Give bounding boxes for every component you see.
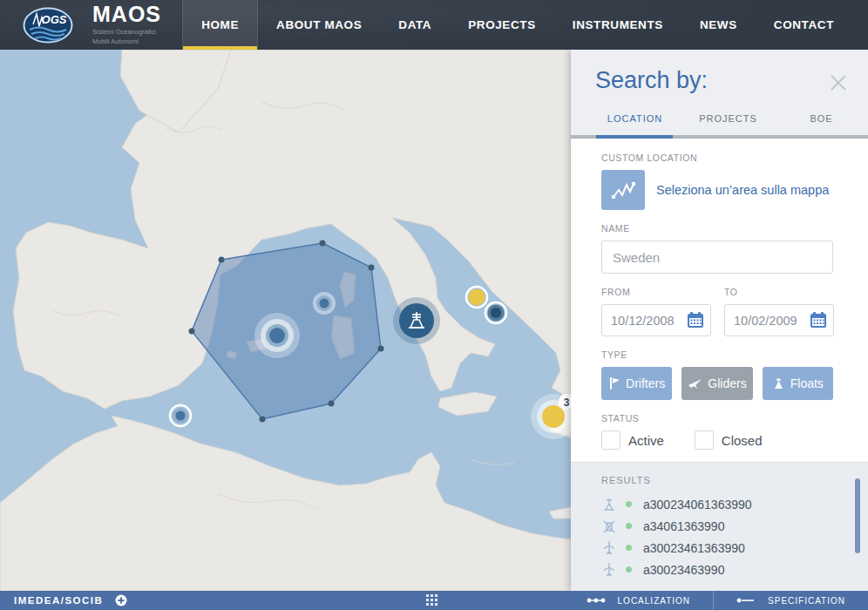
localization-label: LOCALIZATION bbox=[618, 596, 691, 606]
ogs-logo[interactable]: OGS bbox=[0, 0, 73, 50]
marker-navy[interactable] bbox=[485, 302, 506, 323]
grid-icon[interactable] bbox=[426, 594, 439, 610]
draw-polyline-icon bbox=[610, 179, 636, 201]
close-icon[interactable] bbox=[828, 72, 849, 93]
drifter-icon bbox=[601, 518, 616, 534]
marker-drifter-small[interactable] bbox=[313, 292, 336, 315]
status-label: STATUS bbox=[601, 413, 833, 424]
attribution-label: IMEDEA/SOCIB bbox=[14, 595, 103, 606]
brand-subtitle-line2: Mobili Autonomi bbox=[92, 37, 161, 46]
type-button-gliders[interactable]: Gliders bbox=[682, 367, 752, 400]
results-label: RESULTS bbox=[601, 475, 833, 485]
draw-area-button[interactable] bbox=[601, 170, 645, 210]
nav-item-news[interactable]: NEWS bbox=[682, 0, 756, 50]
maos-app: 3 OGS MAOS Sistemi Oceanografici Mobili … bbox=[0, 0, 868, 610]
result-row[interactable]: a30023463990 bbox=[601, 559, 833, 580]
result-id: a30023463990 bbox=[643, 563, 724, 577]
brand: MAOS Sistemi Oceanografici Mobili Autono… bbox=[92, 0, 161, 50]
specification-toggle[interactable]: SPECIFICATION bbox=[714, 591, 868, 610]
nav-item-instruments[interactable]: INSTRUMENTS bbox=[554, 0, 682, 50]
to-label: TO bbox=[724, 287, 834, 297]
select-area-link[interactable]: Seleziona un’area sulla mappa bbox=[656, 183, 829, 197]
localization-toggle[interactable]: LOCALIZATION bbox=[564, 591, 714, 610]
type-button-floats[interactable]: Floats bbox=[763, 367, 833, 400]
top-navbar: OGS MAOS Sistemi Oceanografici Mobili Au… bbox=[0, 0, 868, 50]
closed-checkbox[interactable] bbox=[695, 430, 714, 450]
search-tabs: LOCATION PROJECTS BOE bbox=[571, 109, 868, 132]
active-checkbox[interactable] bbox=[601, 430, 620, 450]
panel-title: Search by: bbox=[595, 67, 708, 94]
tab-boe[interactable]: BOE bbox=[775, 109, 868, 132]
status-dot bbox=[626, 566, 632, 573]
brand-title: MAOS bbox=[92, 3, 161, 25]
glider-icon bbox=[601, 562, 616, 578]
tab-projects[interactable]: PROJECTS bbox=[682, 109, 775, 132]
marker-buoy-selected[interactable] bbox=[393, 297, 440, 344]
buoy-icon bbox=[601, 497, 616, 512]
search-panel: Search by: LOCATION PROJECTS BOE CUSTOM … bbox=[571, 50, 868, 591]
status-dot bbox=[626, 545, 632, 551]
nav-item-contact[interactable]: CONTACT bbox=[756, 0, 852, 50]
search-panel-header: Search by: LOCATION PROJECTS BOE bbox=[571, 50, 868, 135]
calendar-icon[interactable] bbox=[810, 311, 827, 332]
glider-icon bbox=[601, 540, 616, 556]
tab-location[interactable]: LOCATION bbox=[588, 109, 682, 132]
glider-plane-icon bbox=[688, 376, 702, 390]
status-dot bbox=[626, 501, 632, 507]
bottom-statusbar: IMEDEA/SOCIB LOCALIZATION bbox=[0, 591, 868, 610]
track-dots-icon bbox=[587, 597, 606, 604]
map-canvas[interactable]: 3 bbox=[0, 50, 571, 591]
type-button-drifters[interactable]: Drifters bbox=[601, 367, 672, 400]
name-input[interactable] bbox=[601, 241, 833, 274]
main-nav: HOME ABOUT MAOS DATA PROJECTS INSTRUMENT… bbox=[182, 0, 868, 50]
nav-item-home[interactable]: HOME bbox=[182, 0, 258, 50]
tab-underline-active bbox=[596, 135, 673, 139]
from-label: FROM bbox=[601, 287, 711, 297]
active-checkbox-label: Active bbox=[628, 433, 664, 448]
name-label: NAME bbox=[601, 223, 833, 234]
ogs-logo-text: OGS bbox=[42, 13, 67, 26]
result-row[interactable]: a34061363990 bbox=[601, 515, 833, 537]
marker-float-yellow[interactable] bbox=[466, 287, 487, 308]
nav-item-data[interactable]: DATA bbox=[380, 0, 450, 50]
nav-item-projects[interactable]: PROJECTS bbox=[450, 0, 554, 50]
cluster-count: 3 bbox=[564, 396, 570, 409]
tab-underline-track bbox=[571, 135, 868, 139]
brand-subtitle-line1: Sistemi Oceanografici bbox=[92, 28, 161, 37]
nav-item-about[interactable]: ABOUT MAOS bbox=[258, 0, 380, 50]
plus-circle-icon[interactable] bbox=[115, 594, 127, 607]
result-id: a30023461363990 bbox=[643, 541, 745, 555]
float-buoy-icon bbox=[772, 376, 785, 390]
specification-label: SPECIFICATION bbox=[768, 596, 845, 606]
search-form: CUSTOM LOCATION Seleziona un’area sulla … bbox=[571, 135, 868, 462]
marker-drifter-large[interactable] bbox=[254, 313, 300, 358]
dot-line-icon bbox=[736, 597, 756, 604]
results-scrollbar[interactable] bbox=[855, 478, 860, 553]
drifter-flag-icon bbox=[608, 376, 620, 390]
result-row[interactable]: a300234061363990 bbox=[601, 493, 833, 515]
custom-location-label: CUSTOM LOCATION bbox=[601, 152, 833, 163]
type-label: TYPE bbox=[601, 349, 833, 360]
result-id: a34061363990 bbox=[643, 519, 724, 533]
result-id: a300234061363990 bbox=[643, 498, 752, 512]
status-dot bbox=[626, 523, 632, 529]
closed-checkbox-label: Closed bbox=[722, 433, 763, 448]
marker-drifter-ringed[interactable] bbox=[170, 405, 191, 426]
result-row[interactable]: a30023461363990 bbox=[601, 537, 833, 559]
calendar-icon[interactable] bbox=[687, 311, 704, 332]
results-section: RESULTS a300234061363990 bbox=[571, 462, 868, 591]
